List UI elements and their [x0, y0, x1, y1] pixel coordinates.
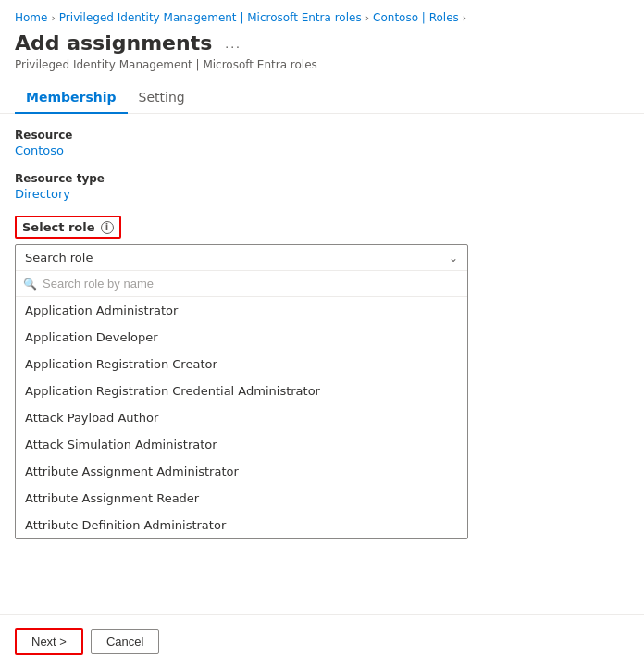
dropdown-header[interactable]: Search role ⌄ [16, 245, 467, 271]
cancel-button[interactable]: Cancel [91, 629, 159, 654]
breadcrumb-home[interactable]: Home [15, 11, 47, 24]
select-role-label-box: Select role i [15, 216, 121, 239]
role-dropdown[interactable]: Search role ⌄ 🔍 Application Administrato… [15, 244, 468, 539]
breadcrumb-sep-1: › [51, 12, 55, 24]
role-list-item[interactable]: Application Administrator [16, 297, 467, 324]
select-role-text: Select role [22, 220, 95, 234]
resource-field: Resource Contoso [15, 129, 629, 157]
resource-type-value[interactable]: Directory [15, 187, 70, 201]
role-list: Application AdministratorApplication Dev… [16, 297, 467, 538]
info-icon[interactable]: i [101, 221, 114, 234]
search-role-input[interactable] [43, 277, 460, 291]
dropdown-placeholder: Search role [25, 251, 93, 265]
role-list-item[interactable]: Attack Simulation Administrator [16, 431, 467, 458]
page-header: Add assignments ... [0, 31, 644, 58]
role-list-item[interactable]: Attribute Assignment Reader [16, 485, 467, 512]
next-button[interactable]: Next > [15, 628, 83, 655]
page-title: Add assignments [15, 31, 212, 55]
page-subtitle: Privileged Identity Management | Microso… [0, 58, 644, 82]
breadcrumb: Home › Privileged Identity Management | … [0, 0, 644, 31]
role-list-item[interactable]: Application Registration Credential Admi… [16, 377, 467, 404]
tab-setting[interactable]: Setting [128, 82, 196, 114]
breadcrumb-pim[interactable]: Privileged Identity Management | Microso… [59, 11, 362, 24]
resource-value[interactable]: Contoso [15, 143, 64, 157]
tabs-container: Membership Setting [0, 82, 644, 114]
breadcrumb-sep-2: › [365, 12, 369, 24]
role-list-item[interactable]: Application Registration Creator [16, 351, 467, 377]
role-list-item[interactable]: Attack Payload Author [16, 404, 467, 431]
chevron-down-icon: ⌄ [449, 252, 458, 265]
role-list-item[interactable]: Application Developer [16, 324, 467, 351]
breadcrumb-contoso[interactable]: Contoso | Roles [373, 11, 459, 24]
resource-label: Resource [15, 129, 629, 142]
content-area: Resource Contoso Resource type Directory… [0, 129, 644, 539]
resource-type-field: Resource type Directory [15, 172, 629, 201]
role-list-item[interactable]: Attribute Definition Administrator [16, 512, 467, 538]
search-icon: 🔍 [23, 278, 37, 291]
select-role-group: Select role i Search role ⌄ 🔍 Applicatio… [15, 216, 629, 539]
search-container: 🔍 [16, 271, 467, 297]
tab-membership[interactable]: Membership [15, 82, 128, 114]
role-list-item[interactable]: Attribute Assignment Administrator [16, 458, 467, 485]
resource-type-label: Resource type [15, 172, 629, 185]
footer: Next > Cancel [0, 614, 644, 668]
breadcrumb-sep-3: › [463, 12, 466, 24]
more-options-button[interactable]: ... [219, 34, 247, 53]
